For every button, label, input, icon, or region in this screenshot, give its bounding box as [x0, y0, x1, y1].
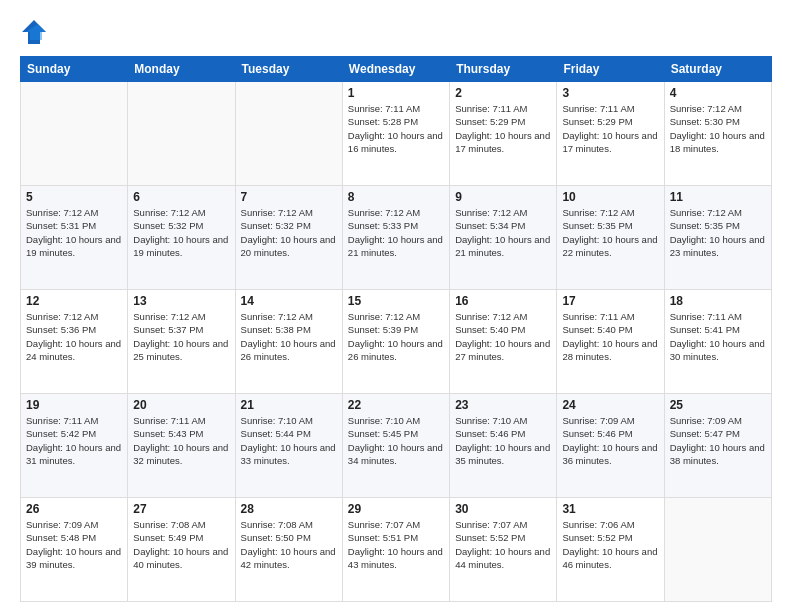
weekday-header-sunday: Sunday: [21, 57, 128, 82]
day-cell-26: 26Sunrise: 7:09 AMSunset: 5:48 PMDayligh…: [21, 498, 128, 602]
day-number: 24: [562, 398, 658, 412]
day-cell-22: 22Sunrise: 7:10 AMSunset: 5:45 PMDayligh…: [342, 394, 449, 498]
day-cell-empty: [235, 82, 342, 186]
day-cell-25: 25Sunrise: 7:09 AMSunset: 5:47 PMDayligh…: [664, 394, 771, 498]
day-number: 17: [562, 294, 658, 308]
day-cell-17: 17Sunrise: 7:11 AMSunset: 5:40 PMDayligh…: [557, 290, 664, 394]
day-number: 21: [241, 398, 337, 412]
cell-content: Sunrise: 7:11 AMSunset: 5:29 PMDaylight:…: [455, 102, 551, 155]
weekday-header-saturday: Saturday: [664, 57, 771, 82]
day-number: 12: [26, 294, 122, 308]
day-number: 8: [348, 190, 444, 204]
day-number: 14: [241, 294, 337, 308]
day-cell-12: 12Sunrise: 7:12 AMSunset: 5:36 PMDayligh…: [21, 290, 128, 394]
cell-content: Sunrise: 7:12 AMSunset: 5:34 PMDaylight:…: [455, 206, 551, 259]
cell-content: Sunrise: 7:11 AMSunset: 5:28 PMDaylight:…: [348, 102, 444, 155]
day-cell-3: 3Sunrise: 7:11 AMSunset: 5:29 PMDaylight…: [557, 82, 664, 186]
week-row-4: 19Sunrise: 7:11 AMSunset: 5:42 PMDayligh…: [21, 394, 772, 498]
header: [20, 18, 772, 46]
day-cell-30: 30Sunrise: 7:07 AMSunset: 5:52 PMDayligh…: [450, 498, 557, 602]
cell-content: Sunrise: 7:12 AMSunset: 5:40 PMDaylight:…: [455, 310, 551, 363]
cell-content: Sunrise: 7:11 AMSunset: 5:41 PMDaylight:…: [670, 310, 766, 363]
day-number: 27: [133, 502, 229, 516]
day-number: 26: [26, 502, 122, 516]
cell-content: Sunrise: 7:11 AMSunset: 5:42 PMDaylight:…: [26, 414, 122, 467]
day-cell-31: 31Sunrise: 7:06 AMSunset: 5:52 PMDayligh…: [557, 498, 664, 602]
cell-content: Sunrise: 7:10 AMSunset: 5:46 PMDaylight:…: [455, 414, 551, 467]
cell-content: Sunrise: 7:12 AMSunset: 5:39 PMDaylight:…: [348, 310, 444, 363]
cell-content: Sunrise: 7:12 AMSunset: 5:32 PMDaylight:…: [133, 206, 229, 259]
day-number: 10: [562, 190, 658, 204]
day-cell-5: 5Sunrise: 7:12 AMSunset: 5:31 PMDaylight…: [21, 186, 128, 290]
cell-content: Sunrise: 7:12 AMSunset: 5:36 PMDaylight:…: [26, 310, 122, 363]
day-number: 6: [133, 190, 229, 204]
cell-content: Sunrise: 7:11 AMSunset: 5:40 PMDaylight:…: [562, 310, 658, 363]
day-number: 25: [670, 398, 766, 412]
day-cell-11: 11Sunrise: 7:12 AMSunset: 5:35 PMDayligh…: [664, 186, 771, 290]
day-number: 13: [133, 294, 229, 308]
weekday-header-friday: Friday: [557, 57, 664, 82]
cell-content: Sunrise: 7:09 AMSunset: 5:48 PMDaylight:…: [26, 518, 122, 571]
day-number: 11: [670, 190, 766, 204]
day-cell-24: 24Sunrise: 7:09 AMSunset: 5:46 PMDayligh…: [557, 394, 664, 498]
day-cell-empty: [21, 82, 128, 186]
calendar-table: SundayMondayTuesdayWednesdayThursdayFrid…: [20, 56, 772, 602]
cell-content: Sunrise: 7:11 AMSunset: 5:43 PMDaylight:…: [133, 414, 229, 467]
page: SundayMondayTuesdayWednesdayThursdayFrid…: [0, 0, 792, 612]
logo: [20, 18, 52, 46]
day-number: 1: [348, 86, 444, 100]
cell-content: Sunrise: 7:12 AMSunset: 5:30 PMDaylight:…: [670, 102, 766, 155]
day-number: 31: [562, 502, 658, 516]
cell-content: Sunrise: 7:12 AMSunset: 5:31 PMDaylight:…: [26, 206, 122, 259]
day-number: 2: [455, 86, 551, 100]
day-number: 22: [348, 398, 444, 412]
day-cell-19: 19Sunrise: 7:11 AMSunset: 5:42 PMDayligh…: [21, 394, 128, 498]
logo-icon: [20, 18, 48, 46]
day-cell-21: 21Sunrise: 7:10 AMSunset: 5:44 PMDayligh…: [235, 394, 342, 498]
cell-content: Sunrise: 7:07 AMSunset: 5:52 PMDaylight:…: [455, 518, 551, 571]
day-cell-14: 14Sunrise: 7:12 AMSunset: 5:38 PMDayligh…: [235, 290, 342, 394]
day-number: 23: [455, 398, 551, 412]
day-cell-28: 28Sunrise: 7:08 AMSunset: 5:50 PMDayligh…: [235, 498, 342, 602]
day-cell-1: 1Sunrise: 7:11 AMSunset: 5:28 PMDaylight…: [342, 82, 449, 186]
day-number: 18: [670, 294, 766, 308]
week-row-3: 12Sunrise: 7:12 AMSunset: 5:36 PMDayligh…: [21, 290, 772, 394]
cell-content: Sunrise: 7:08 AMSunset: 5:50 PMDaylight:…: [241, 518, 337, 571]
day-cell-13: 13Sunrise: 7:12 AMSunset: 5:37 PMDayligh…: [128, 290, 235, 394]
cell-content: Sunrise: 7:09 AMSunset: 5:47 PMDaylight:…: [670, 414, 766, 467]
cell-content: Sunrise: 7:10 AMSunset: 5:44 PMDaylight:…: [241, 414, 337, 467]
day-number: 29: [348, 502, 444, 516]
cell-content: Sunrise: 7:12 AMSunset: 5:38 PMDaylight:…: [241, 310, 337, 363]
day-cell-empty: [128, 82, 235, 186]
day-cell-8: 8Sunrise: 7:12 AMSunset: 5:33 PMDaylight…: [342, 186, 449, 290]
cell-content: Sunrise: 7:12 AMSunset: 5:37 PMDaylight:…: [133, 310, 229, 363]
cell-content: Sunrise: 7:12 AMSunset: 5:35 PMDaylight:…: [562, 206, 658, 259]
day-number: 5: [26, 190, 122, 204]
weekday-header-monday: Monday: [128, 57, 235, 82]
weekday-header-tuesday: Tuesday: [235, 57, 342, 82]
cell-content: Sunrise: 7:08 AMSunset: 5:49 PMDaylight:…: [133, 518, 229, 571]
cell-content: Sunrise: 7:09 AMSunset: 5:46 PMDaylight:…: [562, 414, 658, 467]
week-row-5: 26Sunrise: 7:09 AMSunset: 5:48 PMDayligh…: [21, 498, 772, 602]
cell-content: Sunrise: 7:07 AMSunset: 5:51 PMDaylight:…: [348, 518, 444, 571]
day-cell-empty: [664, 498, 771, 602]
day-cell-15: 15Sunrise: 7:12 AMSunset: 5:39 PMDayligh…: [342, 290, 449, 394]
cell-content: Sunrise: 7:12 AMSunset: 5:33 PMDaylight:…: [348, 206, 444, 259]
day-cell-10: 10Sunrise: 7:12 AMSunset: 5:35 PMDayligh…: [557, 186, 664, 290]
day-number: 3: [562, 86, 658, 100]
day-cell-18: 18Sunrise: 7:11 AMSunset: 5:41 PMDayligh…: [664, 290, 771, 394]
cell-content: Sunrise: 7:06 AMSunset: 5:52 PMDaylight:…: [562, 518, 658, 571]
day-number: 7: [241, 190, 337, 204]
day-cell-9: 9Sunrise: 7:12 AMSunset: 5:34 PMDaylight…: [450, 186, 557, 290]
day-number: 15: [348, 294, 444, 308]
day-cell-6: 6Sunrise: 7:12 AMSunset: 5:32 PMDaylight…: [128, 186, 235, 290]
cell-content: Sunrise: 7:10 AMSunset: 5:45 PMDaylight:…: [348, 414, 444, 467]
day-number: 20: [133, 398, 229, 412]
day-cell-7: 7Sunrise: 7:12 AMSunset: 5:32 PMDaylight…: [235, 186, 342, 290]
day-cell-27: 27Sunrise: 7:08 AMSunset: 5:49 PMDayligh…: [128, 498, 235, 602]
cell-content: Sunrise: 7:11 AMSunset: 5:29 PMDaylight:…: [562, 102, 658, 155]
day-number: 9: [455, 190, 551, 204]
week-row-1: 1Sunrise: 7:11 AMSunset: 5:28 PMDaylight…: [21, 82, 772, 186]
day-cell-20: 20Sunrise: 7:11 AMSunset: 5:43 PMDayligh…: [128, 394, 235, 498]
day-cell-16: 16Sunrise: 7:12 AMSunset: 5:40 PMDayligh…: [450, 290, 557, 394]
